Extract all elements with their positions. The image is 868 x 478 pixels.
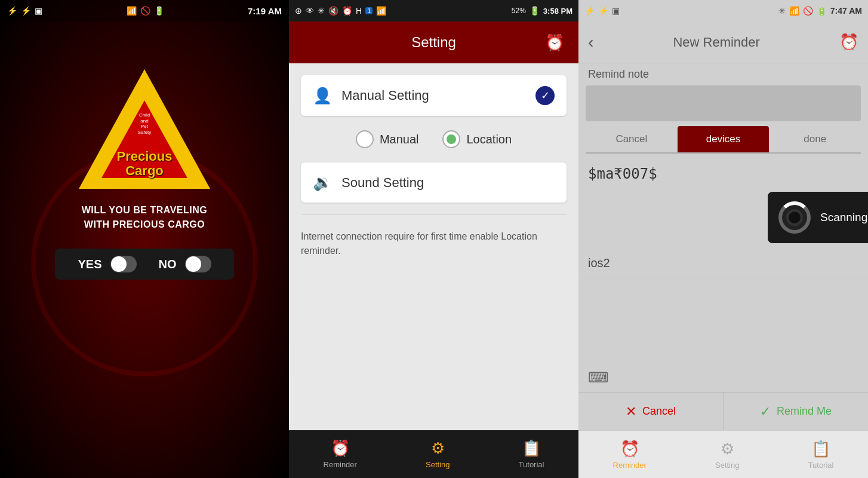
no-label: NO — [159, 258, 177, 271]
setting-nav-label: Setting — [426, 460, 450, 469]
yes-toggle[interactable] — [110, 256, 137, 272]
keyboard-icon[interactable]: ⌨ — [578, 363, 868, 392]
cancel-action-label: Cancel — [642, 405, 676, 418]
remind-me-btn[interactable]: ✓ Remind Me — [724, 393, 868, 430]
alarm-icon: ⏰ — [342, 6, 352, 16]
p3-time: 7:47 AM — [830, 6, 862, 16]
divider — [301, 215, 567, 215]
remind-note-input[interactable] — [586, 85, 861, 121]
panel-splash: ⚡ ⚡ ▣ 📶 🚫 🔋 7:19 AM ChildandPetSafety Pr… — [0, 0, 289, 478]
brand-name: Precious Cargo — [97, 149, 192, 178]
p3-wifi: 📶 — [789, 6, 799, 16]
sound-setting-label: Sound Setting — [341, 175, 555, 191]
check-action-icon: ✓ — [760, 404, 771, 419]
wifi-icon: 📶 — [127, 6, 137, 16]
sound-setting-card[interactable]: 🔉 Sound Setting — [301, 163, 567, 203]
logo-triangle: ChildandPetSafety Precious Cargo — [79, 69, 210, 189]
travel-question: WILL YOU BE TRAVELING WITH PRECIOUS CARG… — [82, 203, 208, 232]
app-header-reminder: ‹ New Reminder ⏰ — [578, 22, 868, 63]
add-icon: ⊕ — [295, 6, 302, 16]
bottom-actions: ✕ Cancel ✓ Remind Me — [578, 392, 868, 430]
scanning-row: Scanning... — [578, 189, 868, 246]
splash-content: ChildandPetSafety Precious Cargo WILL YO… — [55, 69, 234, 280]
setting-nav-icon: ⚙ — [431, 439, 445, 458]
p2-icons-left: ⊕ 👁 ✳ 🔇 ⏰ H 1 📶 — [295, 6, 386, 16]
p3-battery: 🔋 — [817, 6, 827, 16]
radio-location-label: Location — [466, 133, 512, 146]
radio-manual-label: Manual — [380, 133, 419, 146]
yes-label: YES — [78, 258, 101, 271]
h-icon: H — [356, 6, 362, 16]
back-button[interactable]: ‹ — [588, 33, 593, 52]
manual-setting-label: Manual Setting — [341, 88, 526, 103]
p3-icons-left: ⚡ ⚡ ▣ — [584, 6, 620, 16]
battery-icon: 🔋 — [154, 6, 164, 16]
scanning-inner-circle — [786, 209, 803, 226]
radio-manual-outer — [356, 130, 374, 148]
bottom-nav-reminder: ⏰ Reminder ⚙ Setting 📋 Tutorial — [578, 430, 868, 478]
nav-tutorial[interactable]: 📋 Tutorial — [519, 439, 544, 469]
p3-bluetooth: ✳ — [778, 6, 786, 16]
cancel-icon: ✕ — [626, 404, 636, 419]
block-icon: 🚫 — [140, 6, 150, 16]
tab-devices[interactable]: devices — [678, 126, 769, 152]
p3-tutorial-icon: 📋 — [811, 440, 830, 458]
tutorial-nav-icon: 📋 — [522, 439, 541, 458]
new-reminder-title: New Reminder — [593, 35, 839, 50]
check-icon: ✓ — [535, 86, 555, 105]
sound-icon: 🔉 — [313, 173, 332, 192]
no-option[interactable]: NO — [159, 256, 211, 272]
p3-nav-setting[interactable]: ⚙ Setting — [715, 440, 739, 470]
p3-nav-tutorial[interactable]: 📋 Tutorial — [808, 440, 834, 470]
setting-title: Setting — [325, 34, 543, 51]
setting-body: 👤 Manual Setting ✓ Manual Location 🔉 Sou… — [289, 63, 578, 430]
header-alarm-icon[interactable]: ⏰ — [543, 30, 567, 54]
signal-icon: 📶 — [376, 6, 386, 16]
radio-manual[interactable]: Manual — [356, 130, 419, 148]
nav-setting[interactable]: ⚙ Setting — [426, 439, 450, 469]
eye-icon: 👁 — [306, 6, 314, 16]
cancel-action-btn[interactable]: ✕ Cancel — [578, 393, 724, 430]
scanning-overlay: Scanning... — [768, 192, 868, 243]
tab-done[interactable]: done — [769, 126, 861, 152]
p3-setting-label: Setting — [715, 461, 739, 470]
yes-option[interactable]: YES — [78, 256, 136, 272]
status-icons-right: 📶 🚫 🔋 — [127, 6, 164, 16]
remind-me-label: Remind Me — [777, 405, 832, 418]
camera-icon: ▣ — [35, 6, 42, 16]
p3-setting-icon: ⚙ — [721, 440, 734, 458]
p3-icons-right: ✳ 📶 🚫 🔋 7:47 AM — [778, 6, 862, 16]
panel-setting: ⊕ 👁 ✳ 🔇 ⏰ H 1 📶 52% 🔋 3:58 PM Setting ⏰ … — [289, 0, 578, 478]
status-icons-left: ⚡ ⚡ ▣ — [7, 6, 42, 16]
reminder-nav-label: Reminder — [324, 460, 357, 469]
p3-tutorial-label: Tutorial — [808, 461, 834, 470]
p3-nav-reminder[interactable]: ⏰ Reminder — [613, 440, 647, 470]
app-header-setting: Setting ⏰ — [289, 22, 578, 63]
tabs-row: Cancel devices done — [586, 126, 861, 154]
usb-icon2: ⚡ — [21, 6, 31, 16]
new-reminder-body: Remind note Cancel devices done $ma₹007$… — [578, 63, 868, 392]
p2-battery-pct: 52% — [512, 7, 526, 15]
usb-icon: ⚡ — [7, 6, 17, 16]
radio-row: Manual Location — [301, 125, 567, 153]
info-text: Internet connection require for first ti… — [301, 227, 567, 261]
p2-time: 3:58 PM — [543, 7, 572, 16]
device-list-item[interactable]: ios2 — [578, 248, 868, 279]
manual-setting-card[interactable]: 👤 Manual Setting ✓ — [301, 75, 567, 116]
header-clock-icon[interactable]: ⏰ — [839, 33, 858, 51]
p3-camera: ▣ — [612, 6, 620, 16]
yes-toggle-thumb — [111, 256, 127, 272]
p3-usb2: ⚡ — [598, 6, 608, 16]
status-bar-2: ⊕ 👁 ✳ 🔇 ⏰ H 1 📶 52% 🔋 3:58 PM — [289, 0, 578, 22]
tutorial-nav-label: Tutorial — [519, 460, 544, 469]
spacer — [578, 279, 868, 363]
no-toggle[interactable] — [185, 256, 211, 272]
note-content: $ma₹007$ — [578, 158, 868, 189]
remind-note-label: Remind note — [578, 63, 868, 85]
p2-icons-right: 52% 🔋 3:58 PM — [512, 6, 572, 16]
radio-location[interactable]: Location — [442, 130, 512, 148]
p3-usb1: ⚡ — [584, 6, 595, 16]
yes-no-bar: YES NO — [55, 249, 234, 280]
nav-reminder[interactable]: ⏰ Reminder — [324, 439, 357, 469]
tab-cancel[interactable]: Cancel — [586, 126, 678, 152]
